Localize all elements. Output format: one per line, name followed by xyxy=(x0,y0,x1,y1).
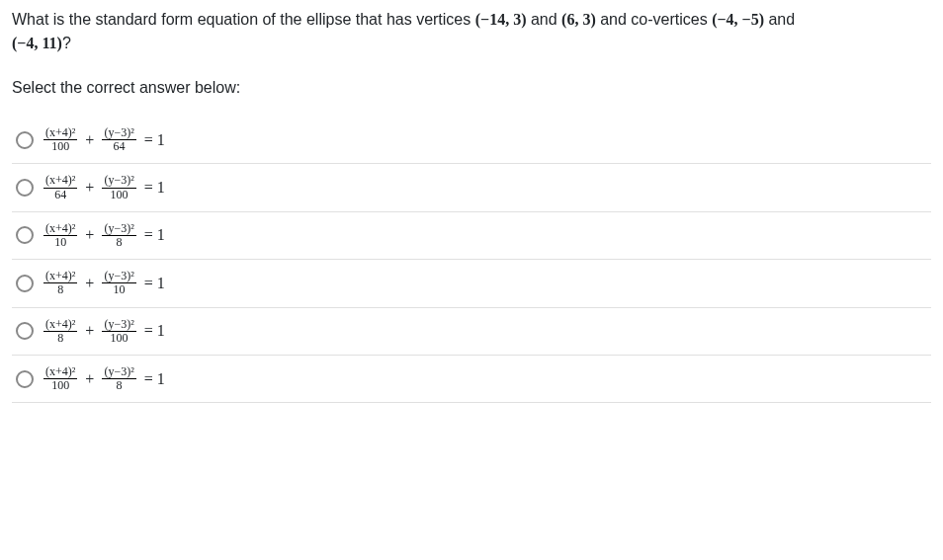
option-row[interactable]: (x+4)² 100 + (y−3)² 8 = 1 xyxy=(12,356,931,403)
fraction-1: (x+4)² 8 xyxy=(43,318,77,345)
option-math: (x+4)² 64 + (y−3)² 100 = 1 xyxy=(43,174,167,200)
option-math: (x+4)² 8 + (y−3)² 10 = 1 xyxy=(43,270,167,296)
fraction-2: (y−3)² 100 xyxy=(102,318,135,345)
equals-one: = 1 xyxy=(144,226,165,244)
numerator: (y−3)² xyxy=(102,222,135,235)
option-radio-6[interactable] xyxy=(16,370,34,388)
fraction-2: (y−3)² 100 xyxy=(102,174,135,200)
option-radio-4[interactable] xyxy=(16,275,34,292)
denominator: 10 xyxy=(102,282,135,296)
fraction-1: (x+4)² 100 xyxy=(43,126,77,153)
fraction-1: (x+4)² 64 xyxy=(43,174,77,200)
denominator: 10 xyxy=(43,235,77,249)
select-prompt: Select the correct answer below: xyxy=(12,79,931,97)
option-radio-5[interactable] xyxy=(16,322,34,340)
fraction-2: (y−3)² 64 xyxy=(102,126,135,153)
plus-symbol: + xyxy=(85,370,94,388)
option-row[interactable]: (x+4)² 8 + (y−3)² 10 = 1 xyxy=(12,260,931,307)
equals-one: = 1 xyxy=(144,370,165,388)
denominator: 8 xyxy=(43,331,77,345)
question-and1: and xyxy=(526,11,561,28)
equals-one: = 1 xyxy=(144,275,165,292)
fraction-1: (x+4)² 8 xyxy=(43,270,77,296)
fraction-2: (y−3)² 8 xyxy=(102,365,135,392)
question-mid: and co-vertices xyxy=(596,11,712,28)
numerator: (y−3)² xyxy=(102,270,135,282)
denominator: 100 xyxy=(102,331,135,345)
equals-one: = 1 xyxy=(144,131,165,149)
plus-symbol: + xyxy=(85,322,94,340)
numerator: (x+4)² xyxy=(43,270,77,282)
denominator: 64 xyxy=(102,139,135,153)
denominator: 8 xyxy=(102,378,135,392)
option-math: (x+4)² 10 + (y−3)² 8 = 1 xyxy=(43,222,167,249)
option-radio-2[interactable] xyxy=(16,179,34,197)
fraction-1: (x+4)² 100 xyxy=(43,365,77,392)
equals-one: = 1 xyxy=(144,322,165,340)
fraction-2: (y−3)² 10 xyxy=(102,270,135,296)
numerator: (y−3)² xyxy=(102,365,135,378)
denominator: 8 xyxy=(102,235,135,249)
plus-symbol: + xyxy=(85,275,94,292)
covertex-2: (−4, 11) xyxy=(12,35,62,51)
numerator: (y−3)² xyxy=(102,318,135,331)
equals-one: = 1 xyxy=(144,179,165,197)
fraction-2: (y−3)² 8 xyxy=(102,222,135,249)
denominator: 64 xyxy=(43,188,77,201)
denominator: 8 xyxy=(43,282,77,296)
question-pre: What is the standard form equation of th… xyxy=(12,11,475,28)
vertex-1: (−14, 3) xyxy=(475,11,527,28)
plus-symbol: + xyxy=(85,131,94,149)
question-and2: and xyxy=(764,11,795,28)
option-row[interactable]: (x+4)² 10 + (y−3)² 8 = 1 xyxy=(12,212,931,260)
numerator: (y−3)² xyxy=(102,174,135,187)
plus-symbol: + xyxy=(85,226,94,244)
option-row[interactable]: (x+4)² 64 + (y−3)² 100 = 1 xyxy=(12,164,931,211)
denominator: 100 xyxy=(43,378,77,392)
fraction-1: (x+4)² 10 xyxy=(43,222,77,249)
numerator: (x+4)² xyxy=(43,222,77,235)
numerator: (x+4)² xyxy=(43,126,77,139)
question-post: ? xyxy=(62,35,71,51)
option-row[interactable]: (x+4)² 100 + (y−3)² 64 = 1 xyxy=(12,117,931,164)
question-text: What is the standard form equation of th… xyxy=(12,8,931,55)
numerator: (y−3)² xyxy=(102,126,135,139)
denominator: 100 xyxy=(102,188,135,201)
option-math: (x+4)² 100 + (y−3)² 64 = 1 xyxy=(43,126,167,153)
covertex-1: (−4, −5) xyxy=(712,11,764,28)
vertex-2: (6, 3) xyxy=(561,11,596,28)
numerator: (x+4)² xyxy=(43,318,77,331)
option-math: (x+4)² 100 + (y−3)² 8 = 1 xyxy=(43,365,167,392)
option-math: (x+4)² 8 + (y−3)² 100 = 1 xyxy=(43,318,167,345)
denominator: 100 xyxy=(43,139,77,153)
option-radio-3[interactable] xyxy=(16,226,34,244)
numerator: (x+4)² xyxy=(43,174,77,187)
option-radio-1[interactable] xyxy=(16,131,34,149)
numerator: (x+4)² xyxy=(43,365,77,378)
plus-symbol: + xyxy=(85,179,94,197)
option-row[interactable]: (x+4)² 8 + (y−3)² 100 = 1 xyxy=(12,308,931,356)
